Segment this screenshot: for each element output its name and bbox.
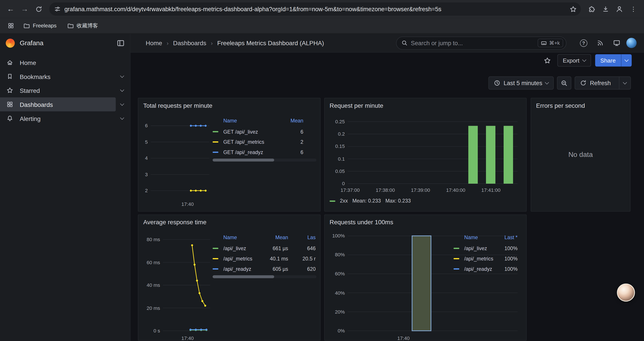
series-name[interactable]: GET /api/_readyz [223, 149, 280, 155]
bookmark-folder-blogs[interactable]: 收藏博客 [64, 21, 102, 31]
help-button[interactable]: ? [577, 37, 590, 50]
favorite-dashboard-button[interactable] [541, 54, 553, 67]
panel-title[interactable]: Average response time [138, 215, 320, 226]
share-menu-caret[interactable] [621, 54, 632, 67]
apps-grid-button[interactable] [5, 20, 16, 31]
panel-title[interactable]: Request per minute [325, 98, 526, 109]
series-color-dash[interactable] [330, 200, 335, 202]
sidebar-item-label: Home [20, 59, 36, 66]
refresh-interval-caret[interactable] [619, 77, 630, 89]
export-button[interactable]: Export [558, 54, 591, 67]
browser-toolbar: ← → grafana.mathmast.com/d/deytv4rwavabk… [0, 0, 644, 18]
legend-header: Name Last * [454, 233, 518, 242]
legend-row: /api/_readyz 100% [454, 264, 518, 274]
series-name[interactable]: 2xx [340, 198, 348, 204]
download-button[interactable] [599, 3, 612, 16]
bookmark-star-icon[interactable] [570, 6, 577, 13]
chevron-down-icon [623, 80, 627, 85]
series-name[interactable]: GET /api/_metrics [223, 139, 280, 145]
breadcrumb-home[interactable]: Home [146, 40, 162, 47]
total-requests-chart[interactable]: 6543217:40 [138, 115, 212, 209]
series-color-dash[interactable] [212, 258, 218, 259]
series-color-dash[interactable] [212, 152, 218, 153]
legend-col-last[interactable]: Las [289, 235, 316, 240]
search-input[interactable] [411, 40, 534, 46]
series-color-dash[interactable] [212, 248, 218, 249]
sidebar-item-alerting[interactable]: Alerting [0, 111, 130, 125]
series-color-dash[interactable] [212, 268, 218, 270]
bookmark-label: 收藏博客 [77, 22, 98, 30]
star-icon [6, 87, 14, 94]
legend-row: GET /api/_metrics 2 [212, 137, 316, 147]
home-icon [6, 59, 14, 66]
search-box[interactable]: ⌘+k [396, 37, 566, 50]
chevron-down-icon [120, 74, 124, 78]
profile-icon [616, 5, 623, 13]
legend-scrollbar[interactable] [212, 159, 316, 162]
refresh-button[interactable]: Refresh [575, 76, 631, 90]
average-response-chart[interactable]: 80 ms60 ms40 ms20 ms0 s17:40 [138, 231, 212, 340]
requests-per-minute-chart[interactable]: 0.250.20.150.10.05017:37:0017:38:0017:39… [325, 115, 526, 197]
series-name[interactable]: /api/_livez [464, 245, 495, 251]
scrollbar-thumb[interactable] [212, 159, 274, 162]
grafana-logo[interactable] [6, 39, 15, 48]
display-button[interactable] [610, 37, 623, 50]
breadcrumb-dashboards[interactable]: Dashboards [173, 40, 206, 47]
legend-col-name[interactable]: Name [464, 235, 495, 240]
series-name[interactable]: /api/_metrics [464, 256, 495, 261]
assistant-avatar-widget[interactable] [617, 283, 635, 301]
chevron-down-icon [120, 102, 124, 106]
reload-button[interactable] [32, 3, 45, 16]
sidebar-item-bookmarks[interactable]: Bookmarks [0, 69, 130, 83]
extensions-button[interactable] [585, 3, 598, 16]
site-settings-icon[interactable] [54, 6, 61, 12]
zoom-out-button[interactable] [557, 76, 572, 90]
sidebar-toggle-icon[interactable] [117, 40, 124, 47]
panel-legend: Name Last * /api/_livez 100% /api/_metri… [454, 233, 518, 276]
series-name[interactable]: GET /api/_livez [223, 129, 280, 135]
sidebar-item-starred[interactable]: Starred [0, 83, 130, 97]
forward-button[interactable]: → [18, 3, 31, 16]
bookmark-label: Freeleaps [33, 23, 56, 29]
series-last: 100% [494, 266, 518, 272]
series-color-dash[interactable] [454, 258, 459, 259]
legend-col-name[interactable]: Name [223, 235, 264, 240]
panel-title[interactable]: Requests under 100ms [325, 215, 526, 226]
series-name[interactable]: /api/_livez [223, 245, 264, 251]
sidebar-item-dashboards[interactable]: Dashboards [0, 97, 130, 112]
series-color-dash[interactable] [212, 131, 218, 132]
series-name[interactable]: /api/_readyz [223, 266, 264, 272]
legend-col-last[interactable]: Last * [494, 235, 518, 240]
series-mean: 2 [280, 139, 304, 145]
sidebar-item-home[interactable]: Home [0, 56, 130, 70]
series-max: Max: 0.233 [385, 198, 411, 204]
series-color-dash[interactable] [454, 268, 459, 270]
series-color-dash[interactable] [212, 141, 218, 143]
series-last: 20.5 r [289, 256, 316, 261]
back-button[interactable]: ← [4, 3, 17, 16]
url-bar[interactable]: grafana.mathmast.com/d/deytv4rwavabkb/fr… [49, 3, 581, 16]
url-text[interactable]: grafana.mathmast.com/d/deytv4rwavabkb/fr… [64, 6, 566, 12]
legend-scrollbar[interactable] [212, 275, 316, 278]
series-name[interactable]: /api/_metrics [223, 256, 264, 261]
scrollbar-thumb[interactable] [212, 275, 274, 278]
series-name[interactable]: /api/_readyz [464, 266, 495, 272]
bell-icon [6, 115, 14, 122]
series-mean: 40.1 ms [264, 256, 289, 261]
series-color-dash[interactable] [454, 248, 459, 249]
browser-menu-button[interactable]: ⋮ [627, 3, 640, 16]
series-mean: Mean: 0.233 [352, 198, 381, 204]
zoom-out-icon [561, 80, 568, 87]
user-avatar[interactable] [626, 38, 636, 48]
share-button[interactable]: Share [595, 54, 632, 67]
panel-title[interactable]: Total requests per minute [138, 98, 320, 109]
time-range-picker[interactable]: Last 5 minutes [488, 76, 554, 90]
profile-button[interactable] [613, 3, 626, 16]
legend-col-name[interactable]: Name [223, 118, 280, 124]
chevron-down-icon [624, 58, 629, 62]
legend-col-mean[interactable]: Mean [280, 118, 304, 124]
legend-col-mean[interactable]: Mean [264, 235, 289, 240]
dashboard-content: Export Share Last 5 minutes [130, 53, 644, 341]
news-button[interactable] [594, 37, 607, 50]
bookmark-folder-freeleaps[interactable]: Freeleaps [20, 21, 60, 31]
